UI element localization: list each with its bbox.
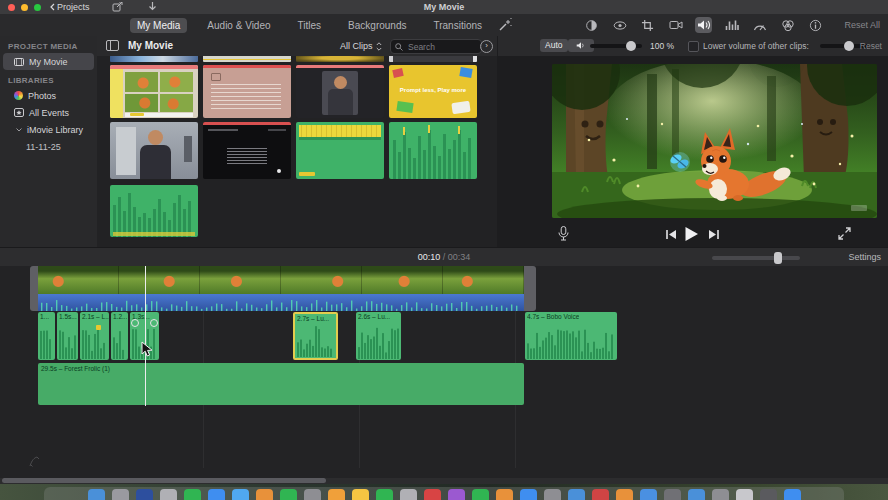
reset-all-button[interactable]: Reset All [844,14,880,36]
clip-trim-handle-left[interactable] [30,266,38,311]
dock-app-icon[interactable] [448,489,465,500]
clip-filter-dropdown[interactable]: All Clips [340,36,382,56]
sidebar-toggle-icon[interactable] [106,40,119,51]
media-thumb-yellow-slide[interactable]: Prompt less, Play more [389,65,477,118]
media-thumb-partial[interactable] [296,56,384,62]
audio-clip[interactable]: 1... [38,312,55,360]
dock-app-icon[interactable] [208,489,225,500]
media-thumb-document[interactable] [203,65,291,118]
dock-app-icon[interactable] [400,489,417,500]
enhance-wand-icon[interactable] [498,18,512,32]
crop-icon[interactable] [639,17,656,33]
media-thumb-audio-yellow-wave[interactable] [296,122,384,179]
sidebar-item-photos[interactable]: Photos [0,87,97,104]
skip-forward-button[interactable] [708,229,720,240]
sidebar-item-event-date[interactable]: 11-11-25 [0,138,97,155]
color-correction-icon[interactable] [583,17,600,33]
dock-app-icon[interactable] [88,489,105,500]
dock-app-icon[interactable] [328,489,345,500]
noise-reduction-icon[interactable] [723,17,740,33]
dock-app-icon[interactable] [520,489,537,500]
timeline-zoom-slider[interactable] [712,256,800,260]
info-icon[interactable] [807,17,824,33]
video-audio-waveform-bar[interactable] [38,294,524,311]
sidebar-item-all-events[interactable]: All Events [0,104,97,121]
dock-app-icon[interactable] [496,489,513,500]
search-input[interactable] [406,41,470,53]
volume-icon[interactable] [695,17,712,33]
dock-app-icon[interactable] [112,489,129,500]
voiceover-mic-button[interactable] [558,226,569,241]
audio-clip[interactable]: 4.7s – Bobo Voice [525,312,617,360]
audio-clip[interactable]: 2.7s – Lu... [293,312,338,360]
sidebar-item-my-movie[interactable]: My Movie [3,53,94,70]
sidebar-item-imovie-library[interactable]: iMovie Library [0,121,97,138]
dock-app-icon[interactable] [664,489,681,500]
dock-app-icon[interactable] [232,489,249,500]
media-thumb-presenter-light[interactable] [110,122,198,179]
tab-backgrounds[interactable]: Backgrounds [341,18,413,33]
audio-clip[interactable]: 2.1s – L... [80,312,109,360]
dock-app-icon[interactable] [184,489,201,500]
skip-back-button[interactable] [665,229,677,240]
dock-app-icon[interactable] [616,489,633,500]
clip-volume-slider[interactable] [590,44,642,48]
dock-app-icon[interactable] [376,489,393,500]
volume-slider-knob[interactable] [626,41,636,51]
dock-app-icon[interactable] [784,489,801,500]
lower-volume-checkbox[interactable] [688,41,699,52]
media-thumb-audio-wave-2[interactable] [110,185,198,237]
dock-app-icon[interactable] [280,489,297,500]
dock-app-icon[interactable] [472,489,489,500]
clip-trim-handle-right[interactable] [524,266,536,311]
speed-icon[interactable] [751,17,768,33]
zoom-slider-knob[interactable] [774,252,782,264]
audio-clip[interactable]: 1.5s... [57,312,78,360]
dock-app-icon[interactable] [640,489,657,500]
dock-app-icon[interactable] [256,489,273,500]
dock-app-icon[interactable] [136,489,153,500]
fullscreen-icon[interactable] [838,227,851,240]
tab-transitions[interactable]: Transitions [426,18,489,33]
media-thumb-audio-wave[interactable] [389,122,477,179]
fade-handle-icon[interactable] [150,319,158,327]
ducking-slider-knob[interactable] [844,41,854,51]
media-thumb-fox-collage[interactable] [110,65,198,118]
dock-app-icon[interactable] [688,489,705,500]
video-track[interactable] [38,266,524,294]
media-thumb-partial[interactable] [203,56,291,62]
dock-app-icon[interactable] [352,489,369,500]
dock-app-icon[interactable] [736,489,753,500]
audio-clip[interactable]: 1.2... [111,312,128,360]
auto-volume-button[interactable]: Auto [540,39,568,52]
media-thumb-presenter-dark[interactable] [296,65,384,118]
browser-forward-icon[interactable]: › [480,40,493,53]
dock-app-icon[interactable] [712,489,729,500]
filters-icon[interactable] [779,17,796,33]
stabilization-icon[interactable] [667,17,684,33]
fade-handle-icon[interactable] [131,319,139,327]
reset-button[interactable]: Reset [860,41,882,51]
color-balance-icon[interactable] [611,17,628,33]
dock-app-icon[interactable] [592,489,609,500]
tab-my-media[interactable]: My Media [130,18,187,33]
dock-app-icon[interactable] [760,489,777,500]
dock-app-icon[interactable] [544,489,561,500]
preview-frame[interactable] [552,64,877,218]
dock-app-icon[interactable] [160,489,177,500]
audio-clip[interactable]: 2.6s – Lu... [356,312,401,360]
dock-app-icon[interactable] [424,489,441,500]
media-thumb-screen-recording[interactable] [203,122,291,179]
tab-titles[interactable]: Titles [291,18,329,33]
dock-app-icon[interactable] [568,489,585,500]
media-thumb-partial[interactable] [389,56,477,62]
music-clip[interactable]: 29.5s – Forest Frolic (1) [38,363,524,405]
playhead[interactable] [145,266,146,406]
tab-audio-video[interactable]: Audio & Video [200,18,277,33]
media-thumb-partial[interactable] [110,56,198,62]
play-button[interactable] [684,226,699,242]
scrollbar-thumb[interactable] [2,478,326,483]
search-field[interactable] [390,39,482,54]
timeline-settings-button[interactable]: Settings [848,248,881,267]
clip-marker-icon[interactable] [96,325,101,330]
